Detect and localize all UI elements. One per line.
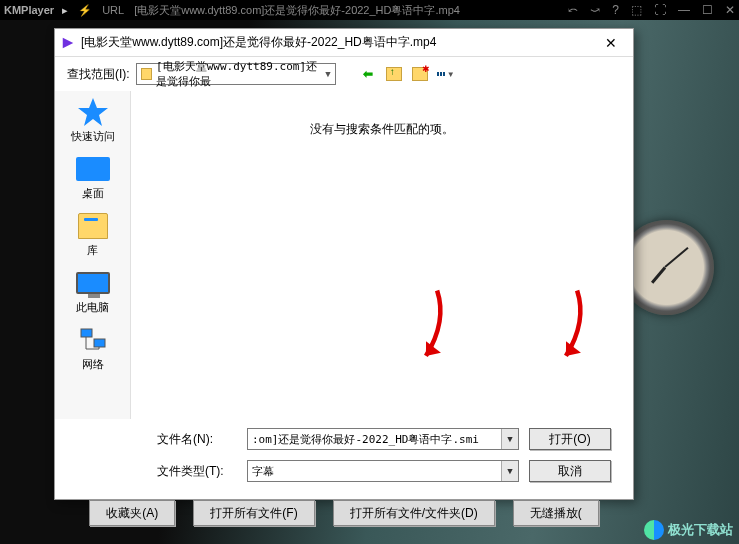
place-label: 桌面 (82, 186, 104, 201)
desktop-icon (75, 154, 111, 184)
open-button[interactable]: 打开(O) (529, 428, 611, 450)
dialog-app-icon (61, 36, 75, 50)
dialog-titlebar: [电影天堂www.dytt89.com]还是觉得你最好-2022_HD粤语中字.… (55, 29, 633, 57)
star-icon (75, 97, 111, 127)
watermark-icon (644, 520, 664, 540)
svg-marker-1 (78, 98, 108, 126)
place-label: 快速访问 (71, 129, 115, 144)
lookin-label: 查找范围(I): (67, 66, 130, 83)
open-all-files-button[interactable]: 打开所有文件(F) (193, 500, 314, 526)
dialog-body: 快速访问 桌面 库 此电脑 网络 没有与搜索条件匹配的项。 (55, 91, 633, 419)
place-libraries[interactable]: 库 (75, 211, 111, 258)
filetype-combo[interactable]: 字幕 ▼ (247, 460, 519, 482)
skip-fwd-icon[interactable]: ⤻ (590, 3, 600, 17)
file-list-pane[interactable]: 没有与搜索条件匹配的项。 (131, 91, 633, 419)
favorites-button[interactable]: 收藏夹(A) (89, 500, 175, 526)
svg-rect-2 (81, 329, 92, 337)
dialog-bottom: 文件名(N): :om]还是觉得你最好-2022_HD粤语中字.smi ▼ 打开… (55, 419, 633, 499)
libraries-icon (75, 211, 111, 241)
window-title: [电影天堂www.dytt89.com]还是觉得你最好-2022_HD粤语中字.… (134, 3, 568, 18)
maximize-icon[interactable]: ☐ (702, 3, 713, 17)
place-network[interactable]: 网络 (75, 325, 111, 372)
place-quickaccess[interactable]: 快速访问 (71, 97, 115, 144)
filename-value: :om]还是觉得你最好-2022_HD粤语中字.smi (252, 432, 479, 447)
network-icon (75, 325, 111, 355)
app-logo: KMPlayer (4, 4, 54, 16)
place-label: 库 (87, 243, 98, 258)
lookin-combo[interactable]: [电影天堂www.dytt89.com]还是觉得你最 ▼ (136, 63, 336, 85)
seamless-play-button[interactable]: 无缝播放( (513, 500, 599, 526)
filename-label: 文件名(N): (157, 431, 237, 448)
lookin-value: [电影天堂www.dytt89.com]还是觉得你最 (156, 59, 325, 89)
fullscreen-icon[interactable]: ⛶ (654, 3, 666, 17)
svg-marker-0 (63, 37, 74, 48)
thunder-icon: ⚡ (78, 4, 92, 17)
help-icon[interactable]: ? (612, 3, 619, 17)
folder-icon (141, 68, 152, 80)
filetype-label: 文件类型(T): (157, 463, 237, 480)
file-open-dialog: [电影天堂www.dytt89.com]还是觉得你最好-2022_HD粤语中字.… (54, 28, 634, 500)
places-bar: 快速访问 桌面 库 此电脑 网络 (55, 91, 131, 419)
minimize-icon[interactable]: — (678, 3, 690, 17)
place-thispc[interactable]: 此电脑 (75, 268, 111, 315)
url-label: URL (102, 4, 124, 16)
thispc-icon (75, 268, 111, 298)
app-titlebar: KMPlayer ▸ ⚡ URL [电影天堂www.dytt89.com]还是觉… (0, 0, 739, 20)
view-menu-icon[interactable]: ▼ (438, 66, 454, 82)
svg-rect-3 (94, 339, 105, 347)
watermark-text: 极光下载站 (668, 521, 733, 539)
open-all-folders-button[interactable]: 打开所有文件/文件夹(D) (333, 500, 495, 526)
watermark: 极光下载站 (644, 520, 733, 540)
pin-icon[interactable]: ⬚ (631, 3, 642, 17)
dialog-toolbar: 查找范围(I): [电影天堂www.dytt89.com]还是觉得你最 ▼ ⬅ … (55, 57, 633, 91)
place-label: 网络 (82, 357, 104, 372)
up-one-level-icon[interactable] (386, 66, 402, 82)
skip-back-icon[interactable]: ⤺ (568, 3, 578, 17)
dialog-title: [电影天堂www.dytt89.com]还是觉得你最好-2022_HD粤语中字.… (81, 34, 595, 51)
dialog-extra-bottombar: 收藏夹(A) 打开所有文件(F) 打开所有文件/文件夹(D) 无缝播放( (54, 500, 634, 526)
cancel-button[interactable]: 取消 (529, 460, 611, 482)
empty-results-message: 没有与搜索条件匹配的项。 (310, 121, 454, 419)
chevron-down-icon[interactable]: ▼ (501, 429, 518, 449)
chevron-down-icon[interactable]: ▼ (325, 69, 330, 79)
new-folder-icon[interactable] (412, 66, 428, 82)
place-label: 此电脑 (76, 300, 109, 315)
chevron-down-icon[interactable]: ▼ (501, 461, 518, 481)
bolt-icon: ▸ (62, 4, 68, 17)
nav-back-icon[interactable]: ⬅ (360, 66, 376, 82)
close-icon[interactable]: ✕ (725, 3, 735, 17)
filetype-value: 字幕 (252, 464, 274, 479)
filename-combo[interactable]: :om]还是觉得你最好-2022_HD粤语中字.smi ▼ (247, 428, 519, 450)
dialog-close-button[interactable]: ✕ (595, 33, 627, 53)
place-desktop[interactable]: 桌面 (75, 154, 111, 201)
